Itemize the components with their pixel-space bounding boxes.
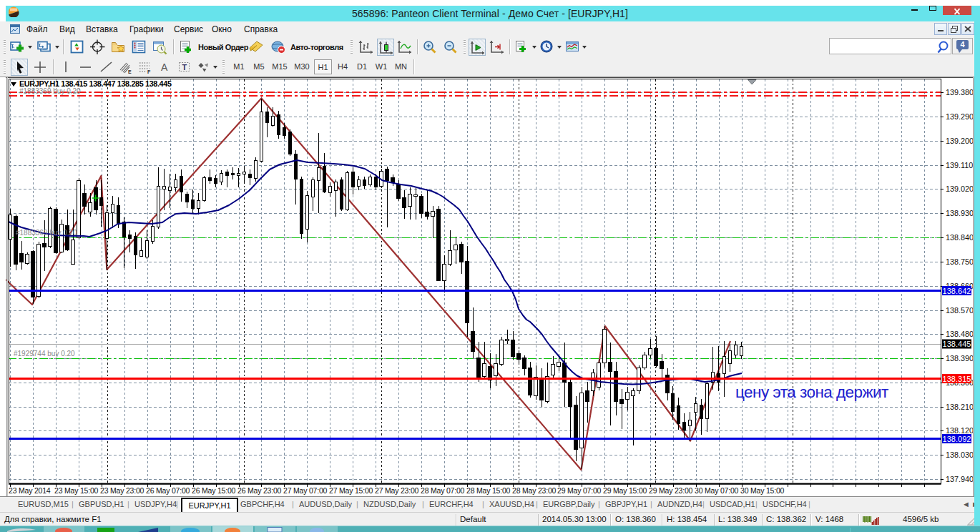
- svg-text:139.200: 139.200: [946, 137, 974, 145]
- svg-text:137.940: 137.940: [946, 475, 974, 483]
- svg-text:F: F: [147, 69, 151, 74]
- svg-text:139.020: 139.020: [946, 184, 974, 193]
- svg-text:26 May 15:00: 26 May 15:00: [192, 486, 236, 495]
- svg-text:139.290: 139.290: [946, 112, 974, 121]
- svg-text:138.120: 138.120: [946, 426, 974, 435]
- svg-text:T: T: [182, 63, 187, 72]
- svg-text:29 May 23:00: 29 May 23:00: [649, 486, 693, 495]
- svg-text:139.380: 139.380: [946, 88, 974, 97]
- svg-text:27 May 23:00: 27 May 23:00: [375, 486, 419, 495]
- svg-text:138.210: 138.210: [946, 403, 974, 411]
- svg-text:23 May 2014: 23 May 2014: [9, 486, 51, 495]
- svg-text:138.930: 138.930: [946, 209, 974, 217]
- svg-text:30 May 07:00: 30 May 07:00: [695, 486, 739, 495]
- svg-text:30 May 15:00: 30 May 15:00: [740, 486, 785, 495]
- svg-text:138.092: 138.092: [943, 435, 971, 443]
- svg-text:цену эта зона держит: цену эта зона держит: [735, 383, 888, 401]
- svg-text:E: E: [128, 69, 132, 74]
- svg-text:26 May 23:00: 26 May 23:00: [237, 486, 282, 495]
- svg-text:138.480: 138.480: [946, 330, 974, 338]
- svg-text:A: A: [161, 61, 168, 73]
- svg-text:#1929744 buy 0.20: #1929744 buy 0.20: [14, 350, 75, 358]
- svg-text:28 May 15:00: 28 May 15:00: [466, 486, 511, 495]
- svg-text:139.110: 139.110: [946, 161, 973, 169]
- svg-text:#1883369 buy 0.20: #1883369 buy 0.20: [16, 229, 77, 237]
- svg-text:138.570: 138.570: [946, 306, 974, 315]
- svg-text:138.445: 138.445: [943, 340, 971, 348]
- svg-text:138.030: 138.030: [946, 450, 974, 459]
- svg-text:28 May 07:00: 28 May 07:00: [421, 486, 465, 495]
- svg-text:29 May 07:00: 29 May 07:00: [557, 486, 602, 495]
- svg-text:138.315: 138.315: [943, 375, 971, 383]
- svg-text:27 May 07:00: 27 May 07:00: [283, 486, 328, 495]
- svg-text:29 May 15:00: 29 May 15:00: [603, 486, 647, 495]
- svg-text:23 May 15:00: 23 May 15:00: [54, 486, 99, 495]
- svg-text:138.840: 138.840: [946, 233, 974, 242]
- svg-text:#1883369 buy 0.20: #1883369 buy 0.20: [19, 87, 81, 95]
- svg-text:23 May 23:00: 23 May 23:00: [100, 486, 144, 495]
- svg-text:26 May 07:00: 26 May 07:00: [146, 486, 190, 495]
- svg-text:138.642: 138.642: [943, 287, 971, 295]
- svg-text:28 May 23:00: 28 May 23:00: [512, 486, 557, 495]
- svg-text:27 May 15:00: 27 May 15:00: [329, 486, 373, 495]
- svg-text:138.750: 138.750: [946, 257, 974, 266]
- svg-text:138.390: 138.390: [946, 354, 974, 363]
